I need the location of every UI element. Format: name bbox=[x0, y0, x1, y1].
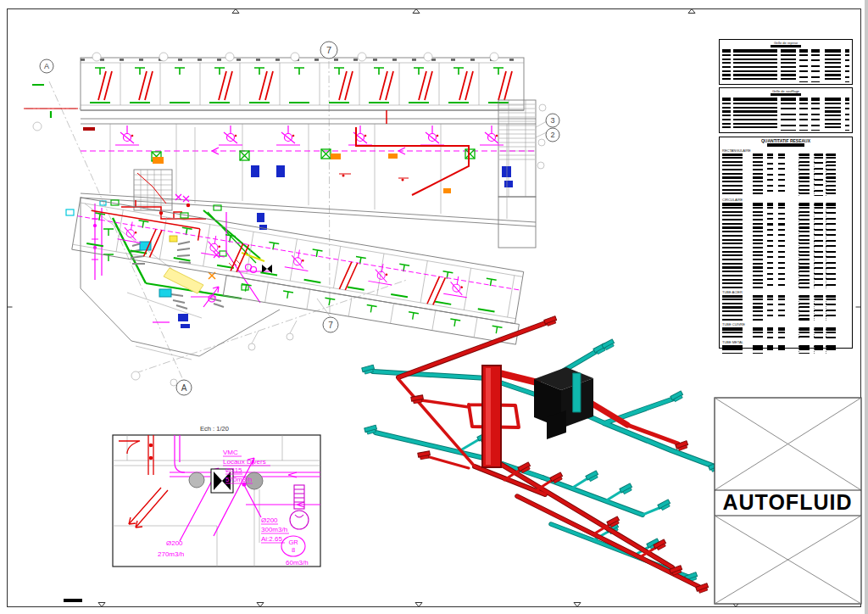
iso-view bbox=[362, 316, 722, 594]
section-body bbox=[722, 349, 849, 354]
magenta-ducts bbox=[92, 194, 271, 322]
red-main-pipe bbox=[356, 127, 469, 195]
panel-blue bbox=[504, 181, 513, 187]
group-number: 8 bbox=[292, 546, 295, 554]
extract-dia: Ø200 bbox=[166, 539, 183, 547]
drawing-sheet: A 7 3 2 7 A Ech : 1/20 bbox=[0, 0, 868, 614]
angled-wing bbox=[69, 198, 528, 344]
vmc-room: Locaux Divers bbox=[223, 458, 266, 466]
table-body bbox=[722, 54, 849, 82]
table-title-bar bbox=[767, 143, 804, 147]
sheet-edge-shadow bbox=[865, 0, 868, 614]
section-body bbox=[722, 157, 849, 196]
section-body bbox=[722, 332, 849, 338]
grid-bubble-7-top: 7 bbox=[326, 45, 331, 55]
section-header bbox=[722, 154, 849, 157]
section-header bbox=[722, 203, 849, 206]
detail-inset: Ech : 1/20 bbox=[113, 425, 320, 567]
section-label-circulaire: CIRCULAIRE bbox=[722, 198, 849, 202]
scale-bar bbox=[64, 599, 82, 602]
ahu-box bbox=[534, 367, 593, 439]
section-header bbox=[722, 295, 849, 299]
grid-bubble-a-top: A bbox=[44, 62, 49, 70]
grid-bubble-3: 3 bbox=[550, 116, 554, 125]
vmc-dia: Ø315 bbox=[225, 466, 242, 474]
detail-scale-label: Ech : 1/20 bbox=[200, 425, 229, 433]
grid-bubble-7-bottom: 7 bbox=[328, 321, 333, 330]
section-label-tube-acier: TUBE ACIER bbox=[722, 290, 849, 294]
balcony-strip bbox=[223, 276, 519, 344]
stairs bbox=[134, 170, 172, 210]
middle-band bbox=[66, 110, 536, 226]
table-grille-soufflage: Grille de soufflage bbox=[719, 87, 853, 133]
group-flow: 60m3/h bbox=[286, 559, 309, 567]
section-label-tube-cuivre: TUBE CUIVRE bbox=[722, 322, 849, 327]
table-title: QUANTITATIF RESEAUX bbox=[722, 138, 849, 143]
title-block: AUTOFLUID bbox=[715, 398, 861, 604]
brand-logo-text: AUTOFLUID bbox=[723, 490, 853, 514]
section-label-tube-metal: TUBE METAL bbox=[722, 340, 849, 344]
grid-bubble-a-bottom: A bbox=[181, 383, 187, 393]
section-header bbox=[722, 327, 849, 331]
grid-bubble-2: 2 bbox=[550, 131, 554, 139]
branch-dia: Ø200 bbox=[261, 516, 278, 524]
section-body bbox=[722, 299, 849, 321]
panel-blue bbox=[502, 166, 511, 177]
vmc-flow: 570m3/h bbox=[225, 476, 252, 483]
branch-loss: Ai:2.65 bbox=[261, 535, 282, 543]
branch-flow: 300m3/h bbox=[261, 526, 287, 533]
table-grille-reprise: Grille de reprise bbox=[719, 39, 853, 85]
top-room-band bbox=[24, 58, 524, 131]
extract-flow: 270m3/h bbox=[158, 550, 184, 558]
table-title-bar bbox=[771, 45, 801, 47]
vmc-title: VMC bbox=[223, 449, 238, 456]
table-title-bar bbox=[771, 93, 801, 96]
group-label: GR bbox=[288, 539, 298, 546]
fan-coil-clusters bbox=[115, 126, 504, 145]
floor-plan: A 7 3 2 7 A bbox=[24, 42, 559, 395]
table-header-row bbox=[722, 98, 849, 101]
table-title: Grille de reprise bbox=[722, 41, 849, 45]
table-quantitatif-reseaux: QUANTITATIF RESEAUX RECTANGULAIRE CIRCUL… bbox=[719, 137, 853, 349]
table-body bbox=[722, 103, 849, 131]
table-title: Grille de soufflage bbox=[722, 89, 849, 93]
section-label-rectangulaire: RECTANGULAIRE bbox=[722, 148, 849, 153]
section-header bbox=[722, 345, 849, 349]
table-header-row bbox=[722, 49, 849, 53]
section-body bbox=[722, 207, 849, 288]
